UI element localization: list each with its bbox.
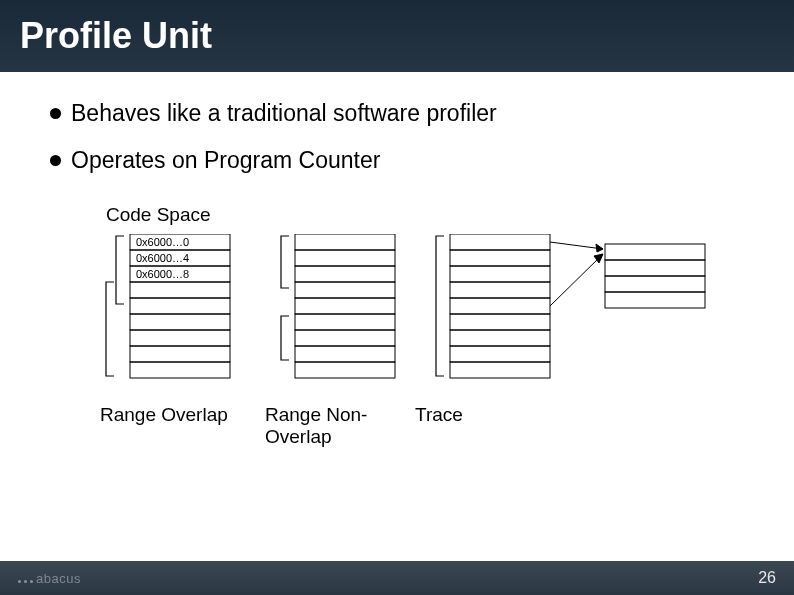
svg-rect-17 — [295, 362, 395, 378]
svg-rect-3 — [130, 282, 230, 298]
bullet-text: Behaves like a traditional software prof… — [71, 100, 497, 127]
svg-rect-15 — [295, 330, 395, 346]
svg-rect-29 — [605, 276, 705, 292]
logo-text: abacus — [36, 571, 81, 586]
diagram-row: 0x6000…0 0x6000…4 0x6000…8 — [100, 234, 744, 384]
svg-rect-6 — [130, 330, 230, 346]
svg-rect-8 — [130, 362, 230, 378]
memory-table-nonoverlap — [265, 234, 400, 384]
caption-nonoverlap: Range Non-Overlap — [265, 404, 415, 448]
logo-dot-icon — [18, 580, 21, 583]
address-cell: 0x6000…8 — [136, 268, 189, 280]
svg-rect-12 — [295, 282, 395, 298]
logo-dot-icon — [24, 580, 27, 583]
svg-rect-10 — [295, 250, 395, 266]
svg-line-33 — [550, 254, 603, 306]
svg-rect-27 — [605, 244, 705, 260]
svg-rect-19 — [450, 250, 550, 266]
bullet-text: Operates on Program Counter — [71, 147, 380, 174]
slide-title: Profile Unit — [20, 15, 212, 57]
diagram-area: Code Space — [100, 204, 744, 448]
svg-rect-14 — [295, 314, 395, 330]
svg-rect-24 — [450, 330, 550, 346]
svg-rect-16 — [295, 346, 395, 362]
svg-rect-7 — [130, 346, 230, 362]
footer-bar: abacus 26 — [0, 561, 794, 595]
caption-trace: Trace — [415, 404, 535, 448]
logo-dot-icon — [30, 580, 33, 583]
caption-overlap: Range Overlap — [100, 404, 265, 448]
diagram-col-overlap: 0x6000…0 0x6000…4 0x6000…8 — [100, 234, 235, 384]
svg-rect-21 — [450, 282, 550, 298]
svg-rect-23 — [450, 314, 550, 330]
caption-row: Range Overlap Range Non-Overlap Trace — [100, 404, 744, 448]
svg-rect-13 — [295, 298, 395, 314]
bullet-icon — [50, 155, 61, 166]
memory-table-overlap: 0x6000…0 0x6000…4 0x6000…8 — [100, 234, 235, 384]
svg-rect-4 — [130, 298, 230, 314]
svg-rect-11 — [295, 266, 395, 282]
bullet-item: Operates on Program Counter — [50, 147, 744, 174]
bullet-item: Behaves like a traditional software prof… — [50, 100, 744, 127]
memory-table-trace — [430, 234, 710, 384]
svg-rect-25 — [450, 346, 550, 362]
bullet-icon — [50, 108, 61, 119]
svg-rect-28 — [605, 260, 705, 276]
diagram-col-trace — [430, 234, 710, 384]
svg-rect-20 — [450, 266, 550, 282]
svg-rect-30 — [605, 292, 705, 308]
svg-rect-18 — [450, 234, 550, 250]
diagram-col-nonoverlap — [265, 234, 400, 384]
content-area: Behaves like a traditional software prof… — [0, 72, 794, 448]
code-space-label: Code Space — [106, 204, 744, 226]
svg-rect-26 — [450, 362, 550, 378]
logo: abacus — [18, 571, 81, 586]
svg-marker-32 — [596, 244, 603, 252]
svg-rect-22 — [450, 298, 550, 314]
svg-line-31 — [550, 242, 603, 249]
svg-rect-5 — [130, 314, 230, 330]
address-cell: 0x6000…0 — [136, 236, 189, 248]
header-bar: Profile Unit — [0, 0, 794, 72]
address-cell: 0x6000…4 — [136, 252, 189, 264]
page-number: 26 — [758, 569, 776, 587]
svg-rect-9 — [295, 234, 395, 250]
